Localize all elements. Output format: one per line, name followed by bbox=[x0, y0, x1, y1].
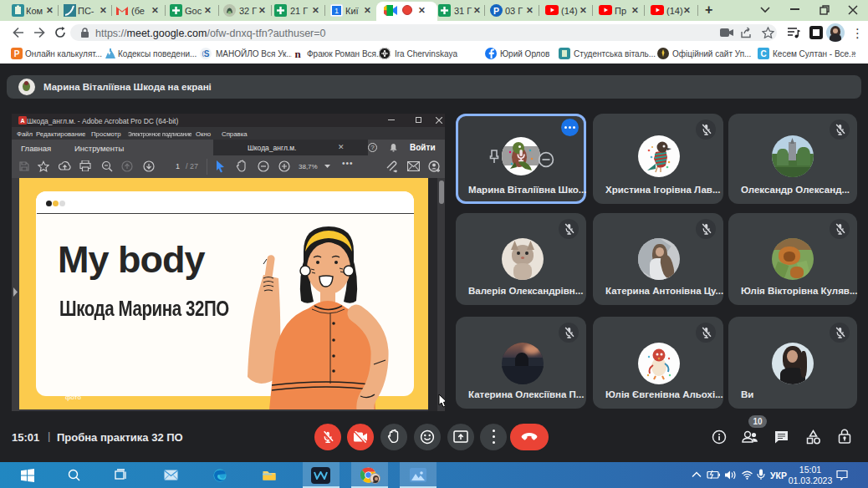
svg-text:C: C bbox=[760, 49, 766, 58]
svg-text:P: P bbox=[493, 6, 499, 16]
svg-text:S: S bbox=[204, 49, 210, 58]
svg-text:1: 1 bbox=[334, 7, 339, 15]
svg-text:?: ? bbox=[370, 144, 374, 151]
svg-text:n: n bbox=[294, 48, 301, 59]
svg-text:P: P bbox=[14, 49, 20, 58]
svg-text:A: A bbox=[20, 118, 24, 124]
